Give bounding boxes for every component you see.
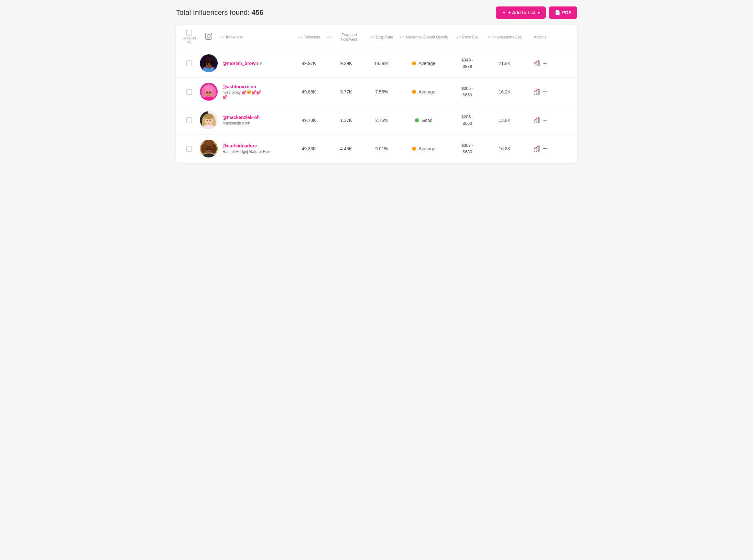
actions-moriah: +: [524, 59, 556, 67]
influencers-table: Select All (0) ▲▼ Influencer ▲▼ Follow: [176, 25, 577, 163]
quality-mackenzie: Good: [398, 118, 450, 123]
handle-mackenzie[interactable]: @mackenziekroh: [222, 115, 289, 120]
impressions-moriah: 21.8K: [485, 61, 524, 66]
price-mackenzie: $285 -$563: [450, 114, 485, 126]
add-icon-moriah[interactable]: +: [543, 59, 547, 67]
svg-rect-20: [536, 62, 537, 66]
col-engrate-header: ▲▼ Eng. Rate: [365, 35, 398, 39]
col-engaged-header: ▲▼ Engaged Followers: [327, 33, 365, 42]
checkbox-mackenzie[interactable]: [186, 117, 192, 123]
influencer-info-ashton: @ashtonxxelon miss pinky 💕🧡💕💕💕: [220, 84, 291, 99]
svg-rect-19: [534, 63, 535, 66]
engrate-mackenzie: 2.75%: [365, 118, 398, 123]
analytics-icon-mackenzie[interactable]: [533, 117, 540, 123]
svg-rect-39: [534, 92, 535, 95]
add-icon: ＋: [502, 10, 506, 16]
quality-curls: Average: [398, 146, 450, 151]
price-moriah: $349 -$878: [450, 57, 485, 69]
engaged-mackenzie: 1.37K: [327, 118, 365, 123]
bio-curls: Rachel Hodge| Natural Hair: [222, 149, 289, 154]
col-followers-header: ▲▼ Followers: [291, 35, 327, 39]
add-to-list-button[interactable]: ＋ + Add to List ▾: [496, 6, 546, 19]
analytics-icon-moriah[interactable]: [533, 60, 540, 66]
svg-point-54: [207, 120, 207, 121]
svg-point-75: [210, 149, 210, 150]
table-row: @moriah_brown✔ 49.97K 9.29K 18.58% Avera…: [176, 49, 577, 78]
checkbox-moriah[interactable]: [186, 60, 192, 66]
top-bar: Total Influencers found: 456 ＋ + Add to …: [176, 6, 577, 19]
table-row: @ashtonxxelon miss pinky 💕🧡💕💕💕 49.86K 3.…: [176, 78, 577, 106]
analytics-icon-curls[interactable]: [533, 145, 540, 152]
sort-arrows-price[interactable]: ▲▼: [456, 36, 461, 39]
col-price-header: ▲▼ Price Est.: [450, 35, 485, 39]
quality-ashton: Average: [398, 89, 450, 95]
main-container: Total Influencers found: 456 ＋ + Add to …: [170, 0, 583, 169]
sort-arrows-quality[interactable]: ▲▼: [399, 36, 405, 39]
svg-point-36: [206, 92, 208, 93]
checkbox-curls[interactable]: [186, 146, 192, 152]
col-platform: [197, 32, 220, 42]
col-actions-header: Actions: [524, 35, 556, 39]
handle-ashton[interactable]: @ashtonxxelon: [222, 84, 289, 89]
svg-rect-77: [536, 147, 537, 151]
avatar-moriah: [200, 54, 218, 72]
svg-point-38: [208, 94, 209, 94]
svg-point-56: [208, 122, 209, 122]
engaged-curls: 4.45K: [327, 146, 365, 151]
col-impressions-header: ▲▼ Impressions Est.: [485, 35, 524, 39]
handle-curls[interactable]: @curlsidoadore_: [222, 143, 289, 148]
select-all-checkbox[interactable]: [186, 30, 192, 36]
col-influencer-header: ▲▼ Influencer: [220, 35, 291, 39]
svg-rect-60: [538, 118, 539, 123]
col-quality-header: ▲▼ Audience Overall Quality: [398, 35, 450, 39]
sort-arrows-engaged[interactable]: ▲▼: [327, 36, 332, 39]
avatar-ashton: [200, 83, 218, 101]
engrate-moriah: 18.58%: [365, 61, 398, 66]
pdf-button[interactable]: 📄 PDF: [549, 6, 577, 19]
actions-ashton: +: [524, 87, 556, 96]
svg-point-74: [207, 149, 207, 150]
avatar-cell-moriah: [197, 54, 220, 72]
followers-curls: 49.33K: [291, 146, 327, 151]
quality-dot-ashton: [412, 90, 416, 94]
quality-dot-moriah: [412, 61, 416, 65]
svg-point-37: [209, 92, 211, 93]
svg-point-1: [207, 35, 210, 38]
svg-rect-21: [538, 61, 539, 66]
table-row: @curlsidoadore_ Rachel Hodge| Natural Ha…: [176, 135, 577, 163]
row-checkbox-curls: [181, 146, 197, 152]
engaged-ashton: 3.77K: [327, 89, 365, 95]
svg-rect-58: [534, 120, 535, 123]
add-icon-curls[interactable]: +: [543, 144, 547, 153]
sort-arrows-influencer[interactable]: ▲▼: [220, 36, 225, 39]
avatar-cell-curls: [197, 140, 220, 158]
svg-rect-76: [534, 149, 535, 151]
handle-moriah[interactable]: @moriah_brown✔: [222, 61, 289, 66]
price-ashton: $305 -$659: [450, 85, 485, 98]
followers-mackenzie: 49.70K: [291, 118, 327, 123]
add-icon-ashton[interactable]: +: [543, 87, 547, 96]
avatar-cell-mackenzie: [197, 111, 220, 129]
sort-arrows-engrate[interactable]: ▲▼: [370, 36, 375, 39]
actions-curls: +: [524, 144, 556, 153]
avatar-curls: [200, 140, 218, 158]
row-checkbox-moriah: [181, 60, 197, 66]
sort-arrows-followers[interactable]: ▲▼: [298, 36, 303, 39]
svg-rect-41: [538, 89, 539, 95]
svg-rect-59: [536, 119, 537, 123]
avatar-cell-ashton: [197, 83, 220, 101]
add-icon-mackenzie[interactable]: +: [543, 116, 547, 124]
svg-point-55: [210, 120, 210, 121]
engrate-ashton: 7.56%: [365, 89, 398, 95]
svg-point-71: [210, 144, 214, 149]
avatar-mackenzie: [200, 111, 218, 129]
select-all-label: Select All (0): [181, 37, 197, 44]
row-checkbox-ashton: [181, 89, 197, 95]
checkbox-ashton[interactable]: [186, 89, 192, 95]
engrate-curls: 9.01%: [365, 146, 398, 151]
analytics-icon-ashton[interactable]: [533, 88, 540, 95]
bio-mackenzie: Mackenzie Kroh: [222, 121, 289, 125]
svg-point-70: [204, 144, 207, 149]
sort-arrows-impressions[interactable]: ▲▼: [487, 36, 492, 39]
influencer-info-mackenzie: @mackenziekroh Mackenzie Kroh: [220, 115, 291, 125]
